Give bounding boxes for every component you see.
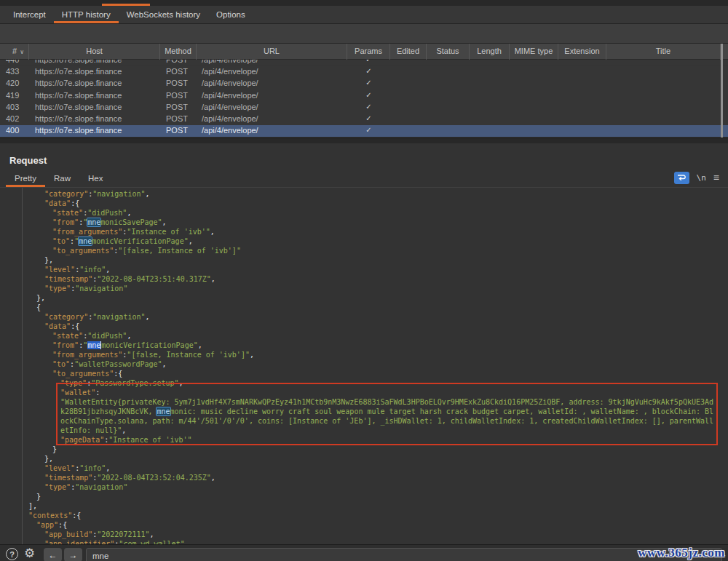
panel-splitter[interactable]: [0, 138, 728, 143]
filter-bar[interactable]: Filter: Hiding out of scope items; hidin…: [0, 24, 728, 44]
code-line: },: [6, 255, 724, 265]
code-line: "timestamp":"2022-08-04T23:51:40.317Z",: [6, 274, 724, 284]
history-row[interactable]: 403https://o7e.slope.financePOST/api/4/e…: [0, 101, 728, 113]
row-host: https://o7e.slope.finance: [35, 60, 122, 64]
row-url: /api/4/envelope/: [202, 103, 258, 111]
code-line: ockChainType.solana, path: m/44'/501'/0'…: [6, 416, 724, 426]
wrap-arrow-glyph: [677, 174, 686, 181]
code-line: "app":{: [6, 520, 724, 530]
code-line: "from_arguments":"Instance of 'ivb'",: [6, 227, 724, 236]
code-line: "from":"mnemonicVerificationPage",: [6, 341, 724, 350]
column-header-extension[interactable]: Extension: [558, 44, 606, 60]
proxy-tab-bar: InterceptHTTP historyWebSockets historyO…: [0, 6, 728, 24]
code-line: "from":"mnemonicSavePage",: [6, 218, 724, 227]
search-input[interactable]: [86, 548, 722, 561]
row-id: 420: [6, 79, 19, 87]
code-line: "wallet":: [6, 388, 724, 397]
table-scrollbar[interactable]: [721, 44, 723, 138]
code-line: k28B91jbzhsqyJKNBcVK, mnemonic: music de…: [6, 407, 724, 416]
column-header-params[interactable]: Params: [347, 44, 390, 60]
code-line: "state":"didPush",: [6, 208, 724, 218]
row-id: 419: [6, 91, 19, 100]
code-line: "timestamp":"2022-08-04T23:52:04.235Z",: [6, 473, 724, 482]
column-header-url[interactable]: URL: [197, 44, 347, 60]
search-match: mne: [157, 407, 170, 415]
row-url: /api/4/envelope/: [202, 60, 258, 64]
history-row[interactable]: 400https://o7e.slope.financePOST/api/4/e…: [0, 125, 728, 137]
request-code-area[interactable]: "category":"navigation","data":{"state":…: [6, 188, 724, 545]
request-tab-pretty[interactable]: Pretty: [6, 171, 45, 186]
column-header-edited[interactable]: Edited: [390, 44, 427, 60]
row-method: POST: [166, 114, 188, 123]
current-search-match: mne: [87, 341, 101, 349]
row-id: 440: [6, 60, 19, 64]
code-line: "level":"info",: [6, 265, 724, 274]
code-line: "contexts":{: [6, 511, 724, 520]
code-line: "to_arguments":"[false, Instance of 'ivb…: [6, 246, 724, 255]
request-toolbar: \n ≡: [674, 172, 719, 184]
code-line: "app_build":"2022072111",: [6, 530, 724, 539]
row-method: POST: [166, 103, 188, 111]
search-match: mne: [79, 237, 92, 245]
previous-match-button[interactable]: ←: [44, 548, 62, 561]
params-check-icon: ✓: [347, 91, 390, 99]
code-line: ],: [6, 501, 724, 511]
http-history-rows: 440https://o7e.slope.financePOST/api/4/e…: [0, 60, 728, 137]
row-host: https://o7e.slope.finance: [35, 114, 122, 123]
row-url: /api/4/envelope/: [202, 126, 258, 135]
proxy-tab-http-history[interactable]: HTTP history: [54, 6, 119, 23]
code-line: "type":"navigation": [6, 284, 724, 293]
history-row[interactable]: 419https://o7e.slope.financePOST/api/4/e…: [0, 89, 728, 101]
row-host: https://o7e.slope.finance: [35, 91, 122, 100]
row-id: 400: [6, 126, 19, 135]
newline-icon[interactable]: \n: [697, 173, 706, 183]
next-match-button[interactable]: →: [64, 548, 82, 561]
history-row[interactable]: 420https://o7e.slope.financePOST/api/4/e…: [0, 78, 728, 89]
code-line: "category":"navigation",: [6, 189, 724, 199]
help-icon[interactable]: ?: [6, 548, 18, 560]
row-host: https://o7e.slope.finance: [35, 67, 122, 76]
proxy-tab-options[interactable]: Options: [208, 6, 253, 23]
history-row[interactable]: 440https://o7e.slope.financePOST/api/4/e…: [0, 60, 728, 65]
row-url: /api/4/envelope/: [202, 114, 258, 123]
editor-search-bar: ? ⚙ ← →: [0, 544, 728, 561]
row-url: /api/4/envelope/: [202, 79, 258, 87]
code-line: "from_arguments":"[false, Instance of 'i…: [6, 350, 724, 359]
row-host: https://o7e.slope.finance: [35, 126, 122, 135]
history-row[interactable]: 402https://o7e.slope.financePOST/api/4/e…: [0, 114, 728, 125]
column-header-mime-type[interactable]: MIME type: [510, 44, 558, 60]
column-header-host[interactable]: Host: [29, 44, 160, 60]
word-wrap-icon[interactable]: [674, 172, 689, 184]
row-method: POST: [166, 60, 188, 64]
history-row[interactable]: 433https://o7e.slope.financePOST/api/4/e…: [0, 66, 728, 78]
code-line: etInfo: null}",: [6, 426, 724, 435]
code-line: "type":"PasswordType.setup",: [6, 378, 724, 388]
code-line: "app_identifier":"com.wd.wallet",: [6, 539, 724, 545]
column-header--[interactable]: #∨: [0, 44, 29, 60]
menu-icon[interactable]: ≡: [713, 172, 719, 183]
sort-down-icon: ∨: [20, 49, 24, 55]
column-header-length[interactable]: Length: [470, 44, 510, 60]
row-url: /api/4/envelope/: [202, 67, 258, 76]
code-line: }: [6, 492, 724, 501]
params-check-icon: ✓: [347, 67, 390, 75]
burp-proxy-window: InterceptHTTP historyWebSockets historyO…: [0, 0, 728, 561]
column-header-method[interactable]: Method: [160, 44, 197, 60]
history-row-clipped[interactable]: 440https://o7e.slope.financePOST/api/4/e…: [0, 60, 728, 66]
column-header-status[interactable]: Status: [427, 44, 470, 60]
proxy-tab-intercept[interactable]: Intercept: [5, 6, 54, 23]
request-tab-hex[interactable]: Hex: [79, 171, 111, 186]
request-panel: Request PrettyRawHex \n ≡ "category":"na…: [0, 143, 728, 561]
code-line: "category":"navigation",: [6, 312, 724, 322]
code-line: "pageData":"Instance of 'ivb'": [6, 435, 724, 445]
row-method: POST: [166, 67, 188, 76]
code-line: "to_arguments":{: [6, 369, 724, 378]
request-tab-raw[interactable]: Raw: [45, 171, 79, 186]
proxy-tab-websockets-history[interactable]: WebSockets history: [119, 6, 208, 23]
code-line: {: [6, 303, 724, 312]
column-header-title[interactable]: Title: [606, 44, 721, 60]
code-line: "WalletEntity{privateKey: 5ym7j1vdHf4X7s…: [6, 397, 724, 407]
gear-icon[interactable]: ⚙: [24, 546, 35, 561]
code-line: "to":"walletPasswordPage",: [6, 359, 724, 369]
params-check-icon: ✓: [347, 60, 390, 63]
